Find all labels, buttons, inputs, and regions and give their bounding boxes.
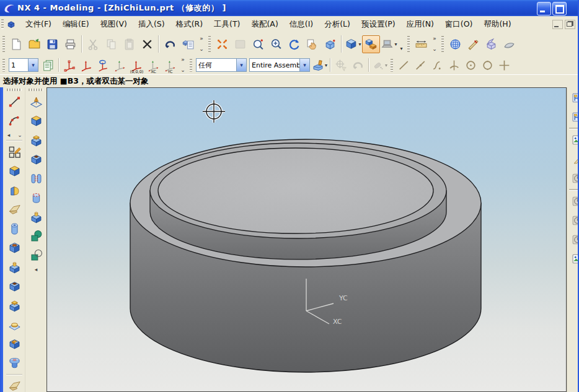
circle-button[interactable] [479, 57, 496, 74]
layer-settings-button[interactable] [40, 57, 56, 74]
menu-item-p[interactable]: 预设置(P) [356, 17, 401, 32]
wcs-align-xc-button[interactable]: XC [145, 57, 162, 74]
model-top-face[interactable] [158, 148, 433, 233]
basic-line-button[interactable] [396, 57, 412, 74]
toolbar-grip[interactable] [29, 89, 43, 91]
pad-button[interactable] [5, 296, 24, 315]
menu-item-h[interactable]: 帮助(H) [478, 17, 516, 32]
selection-type-combo[interactable]: 任何▾ [196, 58, 247, 72]
toolbar-overflow-button[interactable]: »⌄ [430, 36, 439, 52]
paste-button[interactable] [120, 35, 138, 53]
quick-pick-button[interactable]: ▾ [371, 57, 388, 74]
rib-button[interactable] [27, 169, 46, 188]
reset-filter-button[interactable] [350, 57, 366, 74]
toolbar-grip[interactable] [2, 59, 5, 72]
unite-button[interactable] [27, 227, 46, 246]
point-button[interactable] [496, 57, 513, 74]
hole-button[interactable] [5, 238, 24, 258]
extrude-button[interactable] [5, 162, 24, 181]
print-button[interactable] [61, 35, 79, 53]
feature-extra-button[interactable] [5, 377, 24, 392]
wcs-rotate-button[interactable] [95, 57, 112, 74]
selection-scope-combo[interactable]: Entire Assemb▾ [249, 58, 310, 72]
mdi-restore-button[interactable] [565, 20, 575, 29]
toolbar-grip[interactable] [441, 36, 444, 53]
arc-button[interactable] [446, 57, 462, 74]
sketch-button[interactable] [5, 142, 24, 162]
toolbar-grip[interactable] [190, 59, 192, 72]
menu-item-f[interactable]: 文件(F) [20, 17, 57, 32]
menu-item-a[interactable]: 装配(A) [245, 17, 283, 32]
undo-button[interactable] [161, 35, 179, 53]
draft-analysis-button[interactable] [464, 35, 482, 53]
menu-grip[interactable] [1, 19, 4, 29]
selection-type-combo-arrow[interactable]: ▾ [236, 59, 246, 71]
menu-item-o[interactable]: 窗口(O) [440, 17, 479, 32]
sweep-button[interactable] [5, 200, 24, 219]
line-point-button[interactable] [412, 57, 429, 74]
open-file-button[interactable] [25, 35, 43, 53]
selection-filter-button[interactable]: ▾ [311, 57, 328, 74]
selection-scope-combo-arrow[interactable]: ▾ [299, 59, 309, 71]
curve-analysis-button[interactable] [446, 35, 464, 53]
feature-playback-button[interactable] [179, 35, 197, 53]
menu-item-t[interactable]: 工具(T) [208, 17, 245, 32]
shaded-display-dropdown[interactable]: ▾ [358, 41, 361, 47]
rotate-view-button[interactable] [285, 35, 303, 53]
toolbar-grip[interactable] [391, 59, 393, 72]
toolbar-overflow-button[interactable]: »⌄ [197, 36, 206, 52]
menu-item-i[interactable]: 信息(I) [284, 17, 319, 32]
collapse-button[interactable]: ◂ [32, 265, 40, 273]
model-solid[interactable] [130, 139, 481, 372]
toolbar-grip[interactable] [407, 36, 410, 53]
block-button[interactable] [27, 111, 46, 131]
layer-combo[interactable]: 1▾ [9, 58, 38, 72]
boss-feature-button[interactable] [27, 207, 46, 227]
pan-view-button[interactable] [303, 35, 321, 53]
toolbar-grip[interactable] [7, 89, 22, 91]
copy-button[interactable] [102, 35, 120, 53]
snap-point-button[interactable] [333, 57, 350, 74]
toolbar-overflow-button[interactable]: »⌄ [179, 57, 187, 73]
groove-button[interactable] [27, 188, 46, 207]
toolbar-grip[interactable] [2, 36, 5, 53]
subtract-button[interactable] [27, 246, 46, 265]
measure-button[interactable] [412, 35, 430, 53]
new-file-button[interactable] [7, 35, 25, 53]
quick-pick-dropdown[interactable]: ▾ [385, 63, 387, 68]
boss-button[interactable] [5, 258, 24, 277]
datum-plane-button[interactable] [27, 92, 46, 111]
move-object-button[interactable] [362, 35, 380, 53]
toolbar-grip[interactable] [208, 36, 211, 53]
menu-item-s[interactable]: 插入(S) [133, 17, 170, 32]
layer-combo-arrow[interactable]: ▾ [28, 59, 38, 71]
pocket-button[interactable] [5, 277, 24, 296]
circle-center-button[interactable] [462, 57, 479, 74]
zoom-button[interactable] [249, 35, 267, 53]
zoom-box-button[interactable] [231, 35, 249, 53]
pad-feature-button[interactable] [27, 131, 46, 150]
selection-filter-dropdown[interactable]: ▾ [325, 63, 327, 68]
shaded-display-button[interactable]: ▾ [344, 35, 362, 53]
revolve-button[interactable] [5, 181, 24, 200]
collapse-button[interactable]: ◂ [5, 131, 12, 139]
graphics-viewport[interactable]: YC XC [46, 87, 567, 392]
emboss-button[interactable] [5, 315, 24, 334]
menu-item-e[interactable]: 编辑(E) [57, 17, 95, 32]
menu-item-r[interactable]: 格式(R) [170, 17, 208, 32]
expand-more-button[interactable]: ⌄ [16, 131, 24, 139]
zoom-in-out-button[interactable] [267, 35, 285, 53]
delete-button[interactable] [138, 35, 156, 53]
title-bar[interactable]: NX 4 - Modeling - [ZhiChiLun.prt （修改的） ] [0, 0, 579, 16]
wcs-orient-button[interactable] [112, 57, 128, 74]
surface-analysis-button[interactable] [500, 35, 518, 53]
slot-button[interactable] [27, 150, 46, 169]
save-file-button[interactable] [43, 35, 61, 53]
wcs-align-yc-button[interactable]: YC [162, 57, 179, 74]
display-mode-button[interactable]: ▾ [380, 35, 398, 53]
menu-item-n[interactable]: 应用(N) [401, 17, 440, 32]
curve-tool-button[interactable] [5, 92, 24, 111]
cavity-button[interactable] [5, 334, 24, 354]
maximize-button[interactable] [552, 2, 567, 15]
menu-item-l[interactable]: 分析(L) [319, 17, 356, 32]
